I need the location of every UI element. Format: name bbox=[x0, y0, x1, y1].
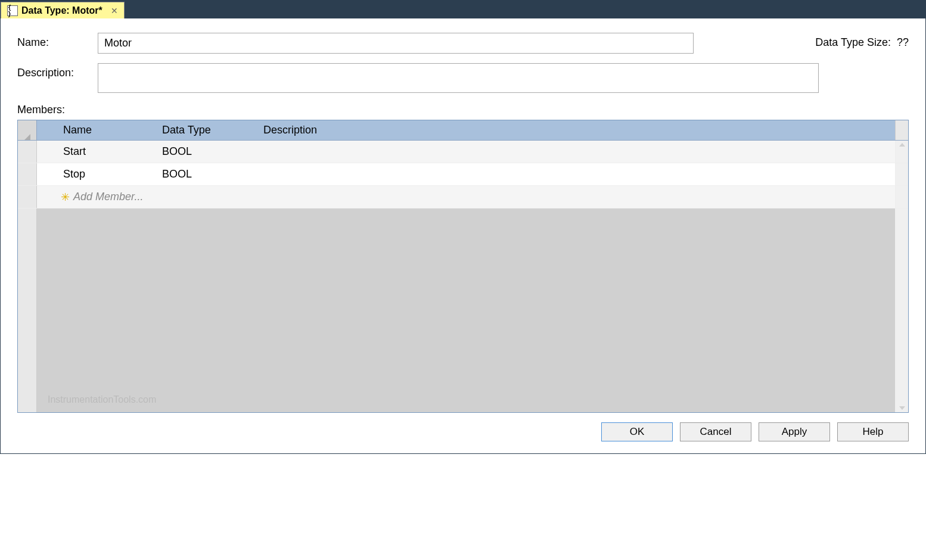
data-type-icon: { } bbox=[7, 5, 18, 16]
col-header-name[interactable]: Name bbox=[61, 124, 162, 136]
description-input[interactable] bbox=[98, 63, 819, 93]
name-label: Name: bbox=[17, 33, 98, 49]
col-header-description[interactable]: Description bbox=[263, 124, 895, 136]
cancel-button[interactable]: Cancel bbox=[680, 422, 751, 441]
sparkle-icon: ✳ bbox=[61, 191, 70, 204]
members-grid: Name Data Type Description Start BOOL bbox=[17, 120, 909, 413]
name-input[interactable] bbox=[98, 33, 694, 54]
grid-header: Name Data Type Description bbox=[18, 120, 908, 141]
close-icon[interactable]: ✕ bbox=[111, 6, 118, 15]
table-row[interactable]: Stop BOOL bbox=[18, 163, 908, 186]
button-row: OK Cancel Apply Help bbox=[17, 422, 909, 441]
grid-empty-area: InstrumentationTools.com bbox=[18, 209, 908, 412]
cell-type[interactable]: BOOL bbox=[162, 145, 263, 158]
members-label: Members: bbox=[17, 104, 909, 116]
name-row: Name: Data Type Size: ?? bbox=[17, 33, 909, 54]
grid-body: Start BOOL Stop BOOL ✳ bbox=[18, 141, 908, 209]
add-member-link[interactable]: ✳ Add Member... bbox=[61, 191, 143, 204]
content-area: Name: Data Type Size: ?? Description: Me… bbox=[1, 18, 925, 453]
watermark: InstrumentationTools.com bbox=[48, 394, 156, 405]
row-handle[interactable] bbox=[18, 163, 37, 185]
add-member-row[interactable]: ✳ Add Member... bbox=[18, 186, 908, 209]
scroll-up-icon[interactable] bbox=[895, 141, 908, 163]
ok-button[interactable]: OK bbox=[601, 422, 673, 441]
cell-name[interactable]: Stop bbox=[61, 168, 162, 181]
tab-bar: { } Data Type: Motor* ✕ bbox=[1, 1, 925, 18]
tab-data-type[interactable]: { } Data Type: Motor* ✕ bbox=[1, 2, 125, 18]
row-handle[interactable] bbox=[18, 141, 37, 163]
table-row[interactable]: Start BOOL bbox=[18, 141, 908, 163]
size-label: Data Type Size: ?? bbox=[791, 33, 909, 49]
scrollbar-gutter-top bbox=[895, 120, 908, 140]
select-all-handle[interactable] bbox=[18, 120, 37, 140]
row-handle[interactable] bbox=[18, 186, 37, 208]
scroll-down-icon[interactable] bbox=[895, 209, 908, 412]
col-header-type[interactable]: Data Type bbox=[162, 124, 263, 136]
size-value: ?? bbox=[897, 36, 909, 48]
tab-title: Data Type: Motor* bbox=[21, 5, 102, 16]
description-label: Description: bbox=[17, 63, 98, 79]
cell-type[interactable]: BOOL bbox=[162, 168, 263, 181]
apply-button[interactable]: Apply bbox=[759, 422, 830, 441]
window: { } Data Type: Motor* ✕ Name: Data Type … bbox=[0, 0, 926, 454]
description-row: Description: bbox=[17, 63, 909, 93]
cell-name[interactable]: Start bbox=[61, 145, 162, 158]
help-button[interactable]: Help bbox=[837, 422, 909, 441]
